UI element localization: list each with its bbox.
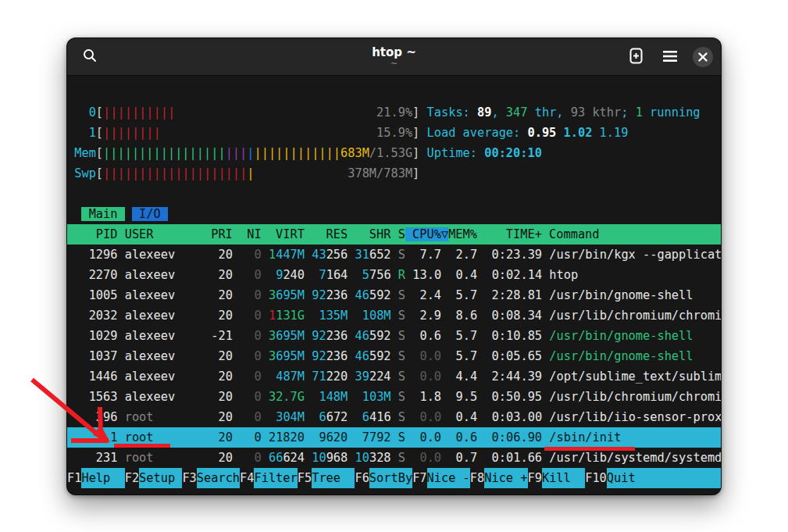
process-row[interactable]: 1563 alexeev 20 0 32.7G 148M 103M S 1.8 … (67, 387, 722, 407)
meter-cpu0: 0[|||||||||| 21.9%] Tasks: 89, 347 thr, … (67, 102, 722, 123)
new-tab-button[interactable] (624, 45, 647, 69)
close-button[interactable] (693, 47, 713, 67)
search-icon (82, 48, 98, 66)
process-row[interactable]: 1296 alexeev 20 0 1447M 43256 31652 S 7.… (67, 245, 722, 265)
fnkey-f6: F6 (355, 468, 369, 488)
tab-io[interactable]: I/O (132, 207, 168, 221)
fn-f5-tree-button[interactable]: Tree (312, 468, 355, 488)
fn-f2-setup-button[interactable]: Setup (139, 468, 182, 488)
htop-terminal: 0[|||||||||| 21.9%] Tasks: 89, 347 thr, … (67, 76, 722, 495)
process-row[interactable]: 396 root 20 0 304M 6672 6416 S 0.0 0.4 0… (67, 407, 722, 427)
fnkey-f4: F4 (240, 468, 254, 488)
new-tab-icon (628, 48, 644, 67)
process-row[interactable]: 231 root 20 0 66624 10968 10328 S 0.0 0.… (67, 448, 722, 468)
process-row-selected[interactable]: 1 root 20 0 21820 9620 7792 S 0.0 0.6 0:… (67, 427, 722, 448)
window-title: htop ~ (372, 46, 416, 59)
fnkey-f9: F9 (528, 468, 542, 488)
fn-f10-quit-button[interactable]: Quit (607, 468, 722, 488)
tab-main[interactable]: Main (81, 207, 124, 221)
process-row[interactable]: 2032 alexeev 20 0 1131G 135M 108M S 2.9 … (67, 305, 722, 326)
process-row[interactable]: 1029 alexeev -21 0 3695M 92236 46592 S 0… (67, 326, 722, 346)
process-row[interactable]: 2270 alexeev 20 0 9240 7164 5756 R 13.0 … (67, 265, 722, 285)
fn-f6-sortby-button[interactable]: SortBy (369, 468, 412, 488)
fn-f1-help-button[interactable]: Help (81, 468, 124, 488)
process-row[interactable]: 1005 alexeev 20 0 3695M 92236 46592 S 2.… (67, 285, 722, 305)
sort-column-cpu[interactable]: CPU%▽ (405, 227, 448, 241)
close-icon (698, 50, 708, 65)
fnkey-f3: F3 (182, 468, 196, 488)
fnkey-f5: F5 (298, 468, 312, 488)
process-row[interactable]: 1037 alexeev 20 0 3695M 92236 46592 S 0.… (67, 346, 722, 366)
fn-f3-search-button[interactable]: Search (197, 468, 240, 488)
menu-button[interactable] (658, 45, 682, 69)
function-key-bar: F1Help F2Setup F3SearchF4FilterF5Tree F6… (67, 468, 722, 488)
fn-f8-nice-button[interactable]: Nice + (484, 468, 527, 488)
meter-swp: Swp[||||||||||||||||||||| 378M/783M] (67, 163, 722, 184)
window-subtitle: ~ (390, 59, 398, 69)
fn-f9-kill-button[interactable]: Kill (542, 468, 585, 488)
console-window: htop ~ ~ (66, 37, 722, 495)
meter-mem: Mem[|||||||||||||||||||||||||||||||||683… (67, 143, 722, 163)
titlebar[interactable]: htop ~ ~ (67, 38, 721, 76)
fnkey-f2: F2 (125, 468, 139, 488)
spacer-line (67, 184, 722, 204)
process-row[interactable]: 1446 alexeev 20 0 487M 71220 39224 S 0.0… (67, 366, 722, 387)
fnkey-f8: F8 (470, 468, 484, 488)
fnkey-f10: F10 (585, 468, 607, 488)
search-button[interactable] (78, 45, 102, 69)
table-header[interactable]: PID USER PRI NI VIRT RES SHR S CPU%▽MEM%… (67, 224, 722, 245)
fnkey-f1: F1 (67, 468, 81, 488)
fn-f7-nice-button[interactable]: Nice - (427, 468, 470, 488)
fn-f4-filter-button[interactable]: Filter (254, 468, 297, 488)
hamburger-menu-icon (663, 50, 677, 65)
fnkey-f7: F7 (412, 468, 426, 488)
tab-bar: Main I/O (67, 204, 722, 224)
meter-cpu1: 1[|||||||| 15.9%] Load average: 0.95 1.0… (67, 123, 722, 143)
